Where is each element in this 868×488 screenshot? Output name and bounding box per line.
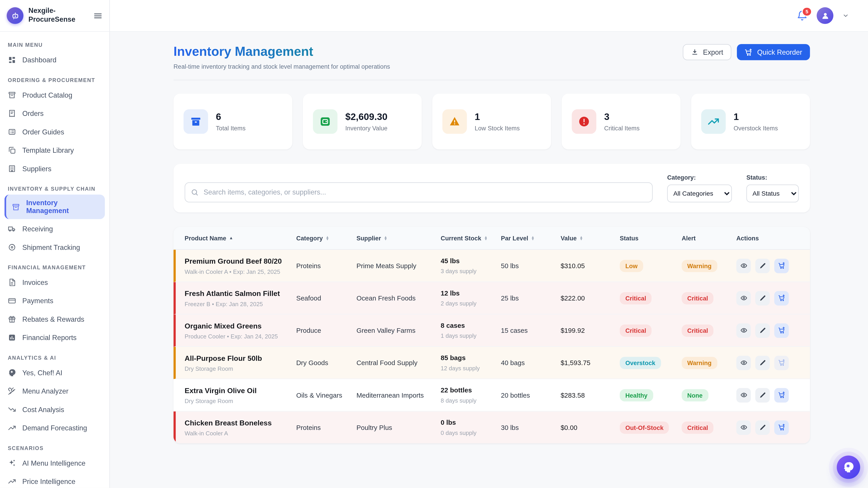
days-supply: 1 days supply (441, 332, 501, 339)
sidebar-item-invoices[interactable]: Invoices (0, 273, 110, 291)
product-location: Produce Cooler • Exp: Jan 24, 2025 (185, 332, 296, 339)
value-cell: $310.05 (561, 262, 620, 270)
sidebar-item-orders[interactable]: Orders (0, 104, 110, 123)
column-header-value[interactable]: Value▲▼ (561, 235, 620, 241)
edit-button[interactable] (755, 291, 770, 305)
robot-icon (10, 10, 20, 21)
reorder-button[interactable] (774, 388, 789, 402)
cart-plus-icon (778, 327, 785, 334)
sidebar-item-payments[interactable]: Payments (0, 292, 110, 310)
par-level-cell: 40 bags (501, 359, 561, 367)
edit-button[interactable] (755, 420, 770, 434)
sidebar: Nexgile-ProcureSense MAIN MENU Dashboard… (0, 0, 110, 488)
nav-section-label: INVENTORY & SUPPLY CHAIN (8, 186, 102, 192)
status-select[interactable]: All Status (746, 185, 799, 202)
edit-button[interactable] (755, 355, 770, 370)
sidebar-item-menu-analyzer[interactable]: Menu Analyzer (0, 382, 110, 400)
sidebar-item-price-intelligence[interactable]: Price Intelligence (0, 472, 110, 488)
cart-plus-icon (778, 424, 785, 431)
pencil-icon (759, 327, 766, 334)
sidebar-item-label: Financial Reports (22, 334, 76, 341)
sidebar-item-template-library[interactable]: Template Library (0, 141, 110, 159)
sidebar-item-shipment-tracking[interactable]: Shipment Tracking (0, 238, 110, 256)
table-row: Fresh Atlantic Salmon FilletFreezer B • … (174, 282, 810, 315)
reorder-button[interactable] (774, 323, 789, 337)
category-select[interactable]: All Categories (667, 185, 732, 202)
sidebar-item-product-catalog[interactable]: Product Catalog (0, 86, 110, 104)
value-cell: $222.00 (561, 294, 620, 302)
edit-button[interactable] (755, 323, 770, 337)
sidebar-item-label: Shipment Tracking (22, 243, 80, 251)
status-badge: Healthy (620, 389, 653, 401)
sidebar-item-label: Order Guides (22, 128, 64, 136)
reorder-button[interactable] (774, 420, 789, 434)
profile-menu-chevron[interactable] (842, 12, 849, 19)
quick-reorder-button[interactable]: Quick Reorder (737, 44, 810, 60)
cart-plus-icon (778, 294, 785, 302)
edit-button[interactable] (755, 258, 770, 273)
pencil-icon (759, 359, 766, 366)
sidebar-item-order-guides[interactable]: Order Guides (0, 123, 110, 141)
view-button[interactable] (736, 355, 751, 370)
alert-badge: Warning (682, 357, 717, 369)
sidebar-item-suppliers[interactable]: Suppliers (0, 160, 110, 178)
eye-icon (740, 294, 747, 302)
par-level-cell: 15 cases (501, 326, 561, 334)
view-button[interactable] (736, 258, 751, 273)
view-button[interactable] (736, 291, 751, 305)
value-cell: $0.00 (561, 423, 620, 431)
days-supply: 0 days supply (441, 429, 501, 436)
alert-badge: Critical (682, 421, 714, 433)
column-header-supplier[interactable]: Supplier▲▼ (356, 235, 441, 241)
table-header-row: Product Name▲ Category▲▼ Supplier▲▼ Curr… (174, 227, 810, 250)
sidebar-item-financial-reports[interactable]: Financial Reports (0, 328, 110, 347)
inventory-table: Product Name▲ Category▲▼ Supplier▲▼ Curr… (174, 227, 810, 443)
sidebar-item-receiving[interactable]: Receiving (0, 220, 110, 238)
user-avatar[interactable] (817, 7, 833, 24)
notifications-button[interactable]: 5 (797, 10, 808, 21)
eye-icon (740, 424, 747, 431)
alert-badge: Warning (682, 260, 717, 272)
sidebar-item-inventory-management[interactable]: Inventory Management (4, 195, 105, 219)
sidebar-item-demand-forecasting[interactable]: Demand Forecasting (0, 419, 110, 437)
column-header-par-level[interactable]: Par Level▲▼ (501, 235, 561, 241)
product-name: Organic Mixed Greens (185, 322, 296, 330)
stat-value: 6 (216, 111, 246, 123)
head-gear-icon (842, 461, 855, 473)
column-header-category[interactable]: Category▲▼ (296, 235, 356, 241)
edit-button[interactable] (755, 388, 770, 402)
par-level-cell: 20 bottles (501, 391, 561, 399)
status-filter-label: Status: (746, 174, 799, 181)
reorder-button[interactable] (774, 258, 789, 273)
reorder-button[interactable] (774, 291, 789, 305)
sidebar-item-cost-analysis[interactable]: Cost Analysis (0, 400, 110, 419)
supplier-cell: Poultry Plus (356, 423, 441, 431)
sidebar-item-dashboard[interactable]: Dashboard (0, 51, 110, 69)
category-filter: Category: All Categories (667, 174, 732, 202)
hamburger-menu-icon[interactable] (93, 11, 103, 20)
sidebar-item-label: Template Library (22, 147, 74, 154)
sidebar-item-label: Receiving (22, 225, 53, 233)
value-cell: $199.92 (561, 326, 620, 334)
search-input[interactable] (185, 182, 653, 202)
reorder-button-disabled[interactable] (774, 355, 789, 370)
sort-icon: ▲▼ (384, 236, 388, 240)
sort-icon: ▲▼ (579, 236, 583, 240)
table-row: Chicken Breast BonelessWalk-in Cooler A … (174, 412, 810, 443)
view-button[interactable] (736, 420, 751, 434)
view-button[interactable] (736, 323, 751, 337)
product-location: Dry Storage Room (185, 365, 296, 372)
column-header-product-name[interactable]: Product Name▲ (185, 235, 296, 241)
sidebar-item-ai-menu-intelligence[interactable]: AI Menu Intelligence (0, 454, 110, 472)
list-icon (8, 128, 16, 136)
copy-icon (8, 146, 16, 155)
status-badge: Critical (620, 292, 652, 304)
column-header-current-stock[interactable]: Current Stock▲▼ (441, 235, 501, 241)
view-button[interactable] (736, 388, 751, 402)
export-button[interactable]: Export (683, 44, 732, 60)
building-icon (8, 164, 16, 173)
sidebar-item-rebates-rewards[interactable]: Rebates & Rewards (0, 310, 110, 328)
sidebar-item-yes-chef-ai[interactable]: Yes, Chef! AI (0, 363, 110, 382)
ai-assistant-button[interactable] (837, 455, 860, 479)
product-location: Walk-in Cooler A (185, 429, 296, 436)
